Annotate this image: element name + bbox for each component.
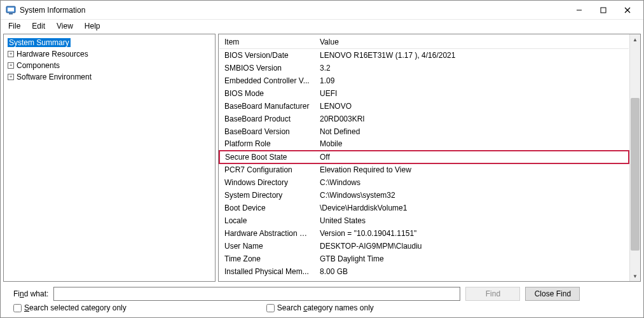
main-split: System Summary+Hardware Resources+Compon… <box>3 34 641 282</box>
menu-file[interactable]: File <box>3 20 25 32</box>
expand-icon[interactable]: + <box>8 51 14 57</box>
column-header-item[interactable]: Item <box>219 36 315 49</box>
value-cell: LENOVO <box>315 100 629 113</box>
value-cell: 3.2 <box>315 62 629 74</box>
category-tree[interactable]: System Summary+Hardware Resources+Compon… <box>3 34 216 282</box>
item-cell: PCR7 Configuration <box>219 163 315 176</box>
item-cell: Installed Physical Mem... <box>219 265 315 278</box>
checkbox-icon[interactable] <box>13 304 22 312</box>
item-cell: BIOS Mode <box>219 87 315 100</box>
table-row[interactable]: Embedded Controller V...1.09 <box>219 74 629 87</box>
table-row[interactable]: LocaleUnited States <box>219 214 629 227</box>
value-cell: 8.00 GB <box>315 265 629 278</box>
value-cell: GTB Daylight Time <box>315 252 629 265</box>
table-row[interactable]: Secure Boot StateOff <box>219 151 629 163</box>
value-cell: Version = "10.0.19041.1151" <box>315 227 629 240</box>
item-cell: BaseBoard Version <box>219 125 315 138</box>
table-row[interactable]: BaseBoard VersionNot Defined <box>219 125 629 138</box>
search-category-names-label: Search category names only <box>277 303 374 312</box>
find-button[interactable]: Find <box>465 287 520 301</box>
table-row[interactable]: Boot Device\Device\HarddiskVolume1 <box>219 202 629 214</box>
value-cell: LENOVO R16ET31W (1.17 ), 4/16/2021 <box>315 49 629 62</box>
details-table: Item Value BIOS Version/DateLENOVO R16ET… <box>219 36 629 281</box>
svg-rect-2 <box>9 13 13 15</box>
value-cell: Elevation Required to View <box>315 163 629 176</box>
item-cell: Total Physical Memory <box>219 278 315 282</box>
details-panel: Item Value BIOS Version/DateLENOVO R16ET… <box>218 34 641 282</box>
value-cell: Not Defined <box>315 125 629 138</box>
item-cell: Platform Role <box>219 138 315 151</box>
table-row[interactable]: System DirectoryC:\Windows\system32 <box>219 189 629 202</box>
search-selected-category-checkbox[interactable]: Search selected category only <box>13 303 127 312</box>
find-bar: Find what: Find Close Find <box>1 283 643 302</box>
item-cell: System Directory <box>219 189 315 202</box>
table-row[interactable]: Time ZoneGTB Daylight Time <box>219 252 629 265</box>
item-cell: Hardware Abstraction L... <box>219 227 315 240</box>
table-row[interactable]: User NameDESKTOP-AIG9MPM\Claudiu <box>219 240 629 252</box>
close-find-button[interactable]: Close Find <box>525 287 580 301</box>
find-input[interactable] <box>53 287 460 301</box>
tree-item[interactable]: +Hardware Resources <box>8 48 211 60</box>
value-cell: C:\Windows\system32 <box>315 189 629 202</box>
menu-view[interactable]: View <box>51 20 78 32</box>
item-cell: Locale <box>219 214 315 227</box>
item-cell: Boot Device <box>219 202 315 214</box>
window-title: System Information <box>20 6 85 15</box>
menubar: File Edit View Help <box>1 20 643 32</box>
table-row[interactable]: Platform RoleMobile <box>219 138 629 151</box>
search-selected-category-label: Search selected category only <box>24 303 127 312</box>
tree-item-label: Hardware Resources <box>17 50 88 59</box>
value-cell: C:\Windows <box>315 176 629 189</box>
value-cell: \Device\HarddiskVolume1 <box>315 202 629 214</box>
scroll-thumb[interactable] <box>631 98 640 251</box>
value-cell: Mobile <box>315 138 629 151</box>
item-cell: BaseBoard Manufacturer <box>219 100 315 113</box>
tree-item-label: Components <box>17 61 60 70</box>
scroll-up-icon[interactable]: ▲ <box>630 34 640 45</box>
item-cell: Time Zone <box>219 252 315 265</box>
item-cell: SMBIOS Version <box>219 62 315 74</box>
svg-rect-1 <box>8 8 14 11</box>
svg-rect-4 <box>601 8 606 13</box>
item-cell: BIOS Version/Date <box>219 49 315 62</box>
value-cell: Off <box>315 151 629 163</box>
menu-edit[interactable]: Edit <box>27 20 50 32</box>
table-row[interactable]: BaseBoard Product20RD003KRI <box>219 113 629 125</box>
search-category-names-checkbox[interactable]: Search category names only <box>266 303 374 312</box>
item-cell: Embedded Controller V... <box>219 74 315 87</box>
column-header-value[interactable]: Value <box>315 36 629 49</box>
tree-item[interactable]: System Summary <box>8 37 211 48</box>
item-cell: User Name <box>219 240 315 252</box>
value-cell: DESKTOP-AIG9MPM\Claudiu <box>315 240 629 252</box>
item-cell: BaseBoard Product <box>219 113 315 125</box>
table-row[interactable]: PCR7 ConfigurationElevation Required to … <box>219 163 629 176</box>
table-row[interactable]: Hardware Abstraction L...Version = "10.0… <box>219 227 629 240</box>
find-label: Find what: <box>13 289 48 298</box>
table-row[interactable]: Total Physical Memory7.81 GB <box>219 278 629 282</box>
table-row[interactable]: Windows DirectoryC:\Windows <box>219 176 629 189</box>
tree-item-label: System Summary <box>8 38 71 47</box>
scroll-down-icon[interactable]: ▼ <box>630 271 640 281</box>
vertical-scrollbar[interactable]: ▲ ▼ <box>629 34 640 281</box>
checkbox-icon[interactable] <box>266 304 275 312</box>
table-row[interactable]: BaseBoard ManufacturerLENOVO <box>219 100 629 113</box>
expand-icon[interactable]: + <box>8 74 14 80</box>
close-button[interactable] <box>615 1 640 19</box>
value-cell: UEFI <box>315 87 629 100</box>
table-row[interactable]: SMBIOS Version3.2 <box>219 62 629 74</box>
item-cell: Windows Directory <box>219 176 315 189</box>
menu-help[interactable]: Help <box>79 20 106 32</box>
minimize-button[interactable] <box>567 1 591 19</box>
value-cell: 20RD003KRI <box>315 113 629 125</box>
expand-icon[interactable]: + <box>8 62 14 69</box>
value-cell: United States <box>315 214 629 227</box>
maximize-button[interactable] <box>591 1 615 19</box>
tree-item[interactable]: +Software Environment <box>8 71 211 83</box>
table-row[interactable]: BIOS Version/DateLENOVO R16ET31W (1.17 )… <box>219 49 629 62</box>
system-info-icon <box>6 5 16 15</box>
table-row[interactable]: BIOS ModeUEFI <box>219 87 629 100</box>
value-cell: 1.09 <box>315 74 629 87</box>
table-row[interactable]: Installed Physical Mem...8.00 GB <box>219 265 629 278</box>
tree-item-label: Software Environment <box>17 73 92 81</box>
tree-item[interactable]: +Components <box>8 60 211 71</box>
